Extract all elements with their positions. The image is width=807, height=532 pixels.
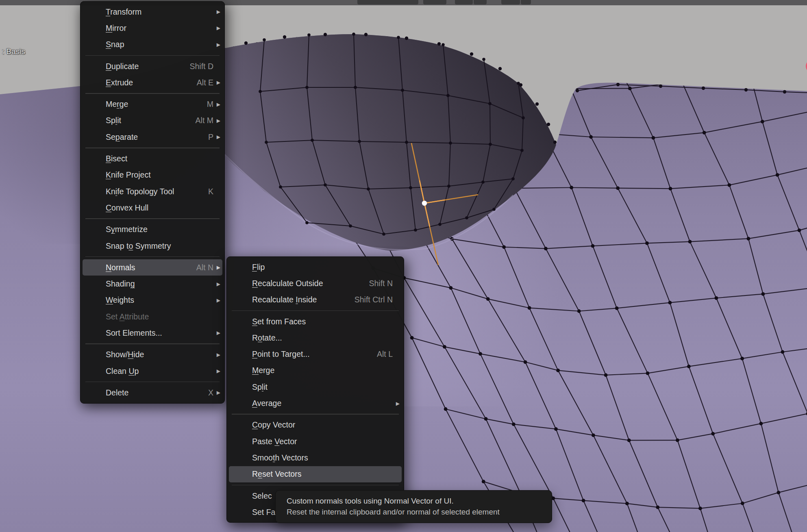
- submenu-arrow-icon: ▶: [213, 134, 220, 140]
- menu-item-label: Merge: [252, 366, 274, 375]
- submenu-arrow-icon: ▶: [213, 80, 220, 85]
- context-menu-item-knife-project[interactable]: Knife Project: [80, 167, 224, 183]
- normals-submenu-item-paste-vector[interactable]: Paste Vector: [227, 433, 404, 449]
- submenu-arrow-icon: ▶: [213, 42, 220, 48]
- context-menu-item-shading[interactable]: Shading▶: [80, 276, 224, 292]
- normals-submenu-item-merge[interactable]: Merge: [227, 363, 404, 379]
- menu-item-label: Transform: [106, 7, 141, 17]
- menu-item-shortcut: X: [208, 388, 213, 397]
- menu-separator: [80, 254, 224, 259]
- menu-item-label: Separate: [106, 132, 138, 142]
- menu-item-shortcut: P: [208, 132, 213, 142]
- selected-vertex: [422, 201, 427, 206]
- submenu-arrow-icon: ▶: [213, 352, 220, 358]
- menu-item-label: Smooth Vectors: [252, 453, 308, 463]
- menu-item-label: Mirror: [106, 24, 126, 33]
- context-menu-item-separate[interactable]: SeparateP▶: [80, 129, 224, 145]
- menu-item-label: Set Attribute: [106, 312, 149, 321]
- normals-submenu-item-rotate[interactable]: Rotate...: [227, 330, 404, 346]
- normals-submenu-item-flip[interactable]: Flip: [227, 259, 404, 275]
- menu-item-label: Split: [252, 382, 268, 392]
- context-menu-item-weights[interactable]: Weights▶: [80, 292, 224, 308]
- context-menu-item-convex-hull[interactable]: Convex Hull: [80, 200, 224, 216]
- context-menu-item-duplicate[interactable]: DuplicateShift D: [80, 58, 224, 74]
- context-menu-item-set-attribute[interactable]: Set Attribute: [80, 308, 224, 325]
- submenu-arrow-icon: ▶: [213, 368, 220, 374]
- menu-item-label: Symmetrize: [106, 225, 148, 234]
- submenu-arrow-icon: ▶: [213, 390, 220, 395]
- menu-separator: [80, 53, 224, 58]
- shape-key-basis-label: : Basis: [2, 47, 25, 56]
- submenu-arrow-icon: ▶: [213, 330, 220, 336]
- menu-item-shortcut: Alt E: [197, 78, 213, 87]
- context-menu-item-symmetrize[interactable]: Symmetrize: [80, 221, 224, 238]
- normals-submenu-item-set-from-faces[interactable]: Set from Faces: [227, 313, 404, 330]
- normals-submenu-item-point-to-target[interactable]: Point to Target...Alt L: [227, 346, 404, 362]
- menu-item-label: Sort Elements...: [106, 328, 162, 338]
- menu-item-label: Set Fa: [252, 508, 275, 517]
- menu-separator: [227, 412, 404, 417]
- menu-item-shortcut: Shift Ctrl N: [355, 295, 393, 304]
- menu-item-label: Rotate...: [252, 333, 282, 343]
- context-menu-item-mirror[interactable]: Mirror▶: [80, 20, 224, 36]
- menu-item-label: Shading: [106, 279, 135, 289]
- menu-separator: [80, 379, 224, 384]
- menu-separator: [80, 145, 224, 150]
- menu-item-label: Copy Vector: [252, 420, 295, 430]
- menu-item-shortcut: Alt N: [196, 263, 213, 272]
- menu-item-label: Convex Hull: [106, 203, 148, 213]
- vertex-context-menu: Transform▶Mirror▶Snap▶DuplicateShift DEx…: [80, 1, 225, 404]
- tooltip: Custom normals tools using Normal Vector…: [275, 490, 552, 523]
- menu-item-label: Knife Project: [106, 170, 151, 180]
- context-menu-item-clean-up[interactable]: Clean Up▶: [80, 363, 224, 379]
- normals-submenu-item-average[interactable]: Average▶: [227, 395, 404, 411]
- menu-item-label: Weights: [106, 295, 134, 305]
- menu-separator: [80, 91, 224, 96]
- normals-submenu-item-split[interactable]: Split: [227, 379, 404, 395]
- menu-item-label: Paste Vector: [252, 437, 297, 446]
- menu-item-label: Normals: [106, 263, 135, 272]
- context-menu-item-bisect[interactable]: Bisect: [80, 150, 224, 167]
- menu-item-label: Point to Target...: [252, 350, 310, 359]
- menu-separator: [80, 341, 224, 347]
- menu-item-shortcut: Shift N: [369, 279, 393, 288]
- context-menu-item-normals[interactable]: NormalsAlt N▶: [83, 259, 222, 276]
- normals-submenu-item-smooth-vectors[interactable]: Smooth Vectors: [227, 449, 404, 466]
- normals-submenu-item-recalculate-inside[interactable]: Recalculate InsideShift Ctrl N: [227, 292, 404, 308]
- menu-item-label: Selec: [252, 491, 272, 501]
- menu-item-label: Merge: [106, 100, 128, 109]
- context-menu-item-transform[interactable]: Transform▶: [80, 4, 224, 20]
- menu-item-label: Show/Hide: [106, 350, 144, 359]
- menu-item-label: Knife Topology Tool: [106, 187, 174, 196]
- submenu-arrow-icon: ▶: [393, 401, 400, 406]
- normals-submenu-item-copy-vector[interactable]: Copy Vector: [227, 417, 404, 433]
- submenu-arrow-icon: ▶: [213, 118, 220, 124]
- context-menu-item-snap-to-symmetry[interactable]: Snap to Symmetry: [80, 238, 224, 254]
- context-menu-item-sort-elements[interactable]: Sort Elements...▶: [80, 325, 224, 341]
- normals-submenu-item-recalculate-outside[interactable]: Recalculate OutsideShift N: [227, 275, 404, 291]
- context-menu-item-merge[interactable]: MergeM▶: [80, 96, 224, 112]
- context-menu-item-extrude[interactable]: ExtrudeAlt E▶: [80, 74, 224, 91]
- context-menu-item-delete[interactable]: DeleteX▶: [80, 384, 224, 401]
- menu-item-label: Recalculate Outside: [252, 279, 323, 288]
- context-menu-item-snap[interactable]: Snap▶: [80, 37, 224, 53]
- menu-item-label: Clean Up: [106, 367, 139, 376]
- menu-separator: [227, 308, 404, 313]
- context-menu-item-split[interactable]: SplitAlt M▶: [80, 113, 224, 129]
- menu-item-shortcut: M: [207, 100, 213, 109]
- submenu-arrow-icon: ▶: [213, 265, 220, 270]
- menu-item-label: Set from Faces: [252, 317, 306, 326]
- menu-separator: [227, 482, 404, 488]
- menu-item-label: Delete: [106, 388, 128, 397]
- menu-item-shortcut: Shift D: [189, 62, 213, 71]
- menu-item-label: Snap: [106, 40, 124, 49]
- normals-submenu-item-reset-vectors[interactable]: Reset Vectors: [229, 466, 402, 482]
- context-menu-item-show-hide[interactable]: Show/Hide▶: [80, 347, 224, 363]
- menu-item-label: Snap to Symmetry: [106, 241, 171, 251]
- context-menu-item-knife-topology-tool[interactable]: Knife Topology ToolK: [80, 183, 224, 200]
- submenu-arrow-icon: ▶: [213, 102, 220, 107]
- menu-item-shortcut: Alt M: [196, 116, 213, 125]
- menu-separator: [80, 216, 224, 221]
- menu-item-shortcut: Alt L: [377, 350, 393, 359]
- submenu-arrow-icon: ▶: [213, 9, 220, 15]
